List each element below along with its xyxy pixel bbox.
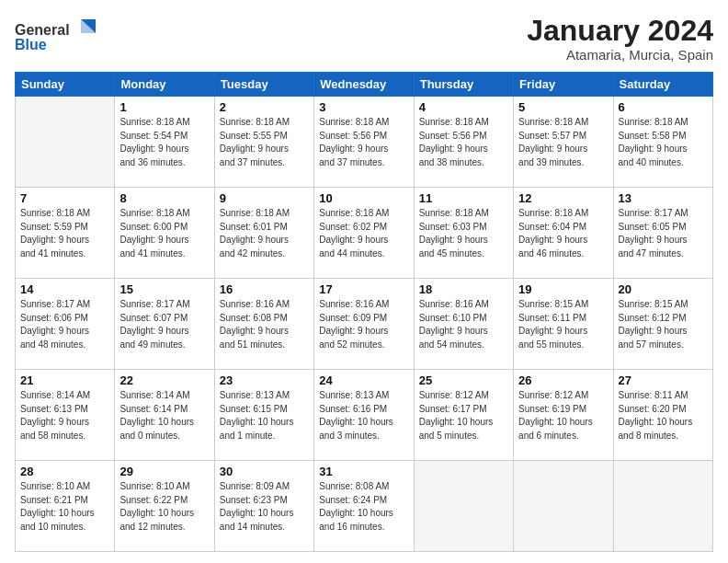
day-number: 19 xyxy=(518,282,608,296)
table-row: 4Sunrise: 8:18 AM Sunset: 5:56 PM Daylig… xyxy=(414,97,513,188)
table-row: 8Sunrise: 8:18 AM Sunset: 6:00 PM Daylig… xyxy=(115,188,214,279)
table-row: 1Sunrise: 8:18 AM Sunset: 5:54 PM Daylig… xyxy=(115,97,214,188)
day-number: 26 xyxy=(518,373,608,387)
table-row: 19Sunrise: 8:15 AM Sunset: 6:11 PM Dayli… xyxy=(514,279,613,370)
table-row: 31Sunrise: 8:08 AM Sunset: 6:24 PM Dayli… xyxy=(314,461,414,552)
day-info: Sunrise: 8:15 AM Sunset: 6:11 PM Dayligh… xyxy=(518,298,608,351)
table-row: 23Sunrise: 8:13 AM Sunset: 6:15 PM Dayli… xyxy=(214,370,313,461)
day-info: Sunrise: 8:16 AM Sunset: 6:10 PM Dayligh… xyxy=(419,298,508,351)
day-number: 14 xyxy=(20,282,109,296)
day-number: 23 xyxy=(220,373,309,387)
day-info: Sunrise: 8:18 AM Sunset: 5:56 PM Dayligh… xyxy=(319,116,408,169)
day-info: Sunrise: 8:14 AM Sunset: 6:14 PM Dayligh… xyxy=(119,389,209,442)
day-number: 9 xyxy=(220,191,309,205)
table-row: 3Sunrise: 8:18 AM Sunset: 5:56 PM Daylig… xyxy=(314,97,414,188)
table-row: 9Sunrise: 8:18 AM Sunset: 6:01 PM Daylig… xyxy=(214,188,313,279)
day-number: 24 xyxy=(319,373,408,387)
calendar-week-1: 1Sunrise: 8:18 AM Sunset: 5:54 PM Daylig… xyxy=(16,97,713,188)
day-info: Sunrise: 8:15 AM Sunset: 6:12 PM Dayligh… xyxy=(619,298,708,351)
calendar-week-2: 7Sunrise: 8:18 AM Sunset: 5:59 PM Daylig… xyxy=(16,188,713,279)
day-info: Sunrise: 8:17 AM Sunset: 6:05 PM Dayligh… xyxy=(619,207,708,260)
table-row xyxy=(514,461,613,552)
day-number: 5 xyxy=(518,100,608,114)
table-row: 11Sunrise: 8:18 AM Sunset: 6:03 PM Dayli… xyxy=(414,188,513,279)
table-row: 29Sunrise: 8:10 AM Sunset: 6:22 PM Dayli… xyxy=(115,461,214,552)
calendar-header-row: Sunday Monday Tuesday Wednesday Thursday… xyxy=(16,73,713,97)
day-info: Sunrise: 8:16 AM Sunset: 6:09 PM Dayligh… xyxy=(319,298,408,351)
col-monday: Monday xyxy=(115,73,214,97)
day-number: 10 xyxy=(319,191,408,205)
day-number: 20 xyxy=(619,282,708,296)
table-row: 7Sunrise: 8:18 AM Sunset: 5:59 PM Daylig… xyxy=(16,188,115,279)
day-info: Sunrise: 8:13 AM Sunset: 6:15 PM Dayligh… xyxy=(220,389,309,442)
table-row: 26Sunrise: 8:12 AM Sunset: 6:19 PM Dayli… xyxy=(514,370,613,461)
calendar-week-3: 14Sunrise: 8:17 AM Sunset: 6:06 PM Dayli… xyxy=(16,279,713,370)
table-row: 18Sunrise: 8:16 AM Sunset: 6:10 PM Dayli… xyxy=(414,279,513,370)
day-number: 7 xyxy=(20,191,109,205)
day-info: Sunrise: 8:10 AM Sunset: 6:22 PM Dayligh… xyxy=(119,480,209,534)
day-info: Sunrise: 8:16 AM Sunset: 6:08 PM Dayligh… xyxy=(220,298,309,351)
table-row: 5Sunrise: 8:18 AM Sunset: 5:57 PM Daylig… xyxy=(514,97,613,188)
header: General Blue January 2024 Atamaria, Murc… xyxy=(15,15,713,63)
table-row: 10Sunrise: 8:18 AM Sunset: 6:02 PM Dayli… xyxy=(314,188,414,279)
table-row: 30Sunrise: 8:09 AM Sunset: 6:23 PM Dayli… xyxy=(214,461,313,552)
table-row: 28Sunrise: 8:10 AM Sunset: 6:21 PM Dayli… xyxy=(16,461,115,552)
table-row: 27Sunrise: 8:11 AM Sunset: 6:20 PM Dayli… xyxy=(613,370,712,461)
day-info: Sunrise: 8:18 AM Sunset: 6:03 PM Dayligh… xyxy=(419,207,508,260)
day-number: 4 xyxy=(419,100,508,114)
table-row: 20Sunrise: 8:15 AM Sunset: 6:12 PM Dayli… xyxy=(613,279,712,370)
logo-text: General Blue xyxy=(15,15,116,55)
day-info: Sunrise: 8:18 AM Sunset: 6:02 PM Dayligh… xyxy=(319,207,408,260)
table-row: 12Sunrise: 8:18 AM Sunset: 6:04 PM Dayli… xyxy=(514,188,613,279)
col-friday: Friday xyxy=(514,73,613,97)
col-wednesday: Wednesday xyxy=(314,73,414,97)
calendar-week-4: 21Sunrise: 8:14 AM Sunset: 6:13 PM Dayli… xyxy=(16,370,713,461)
day-number: 30 xyxy=(220,465,309,478)
col-thursday: Thursday xyxy=(414,73,513,97)
day-info: Sunrise: 8:08 AM Sunset: 6:24 PM Dayligh… xyxy=(319,480,408,534)
table-row: 21Sunrise: 8:14 AM Sunset: 6:13 PM Dayli… xyxy=(16,370,115,461)
table-row: 22Sunrise: 8:14 AM Sunset: 6:14 PM Dayli… xyxy=(115,370,214,461)
svg-text:Blue: Blue xyxy=(15,37,47,52)
day-number: 6 xyxy=(619,100,708,114)
day-number: 31 xyxy=(319,465,408,478)
table-row xyxy=(16,97,115,188)
table-row: 14Sunrise: 8:17 AM Sunset: 6:06 PM Dayli… xyxy=(16,279,115,370)
day-number: 16 xyxy=(220,282,309,296)
table-row: 24Sunrise: 8:13 AM Sunset: 6:16 PM Dayli… xyxy=(314,370,414,461)
day-number: 22 xyxy=(119,373,209,387)
day-info: Sunrise: 8:17 AM Sunset: 6:07 PM Dayligh… xyxy=(119,298,209,351)
title-block: January 2024 Atamaria, Murcia, Spain xyxy=(527,15,713,63)
page: General Blue January 2024 Atamaria, Murc… xyxy=(0,0,728,563)
day-number: 2 xyxy=(220,100,309,114)
day-number: 29 xyxy=(119,465,209,478)
day-number: 18 xyxy=(419,282,508,296)
col-saturday: Saturday xyxy=(613,73,712,97)
svg-text:General: General xyxy=(15,22,70,38)
day-info: Sunrise: 8:18 AM Sunset: 6:04 PM Dayligh… xyxy=(518,207,608,260)
day-info: Sunrise: 8:18 AM Sunset: 5:56 PM Dayligh… xyxy=(419,116,508,169)
table-row: 13Sunrise: 8:17 AM Sunset: 6:05 PM Dayli… xyxy=(613,188,712,279)
day-number: 12 xyxy=(518,191,608,205)
table-row: 25Sunrise: 8:12 AM Sunset: 6:17 PM Dayli… xyxy=(414,370,513,461)
calendar-week-5: 28Sunrise: 8:10 AM Sunset: 6:21 PM Dayli… xyxy=(16,461,713,552)
day-number: 27 xyxy=(619,373,708,387)
day-info: Sunrise: 8:18 AM Sunset: 5:57 PM Dayligh… xyxy=(518,116,608,169)
day-info: Sunrise: 8:14 AM Sunset: 6:13 PM Dayligh… xyxy=(20,389,109,442)
day-number: 17 xyxy=(319,282,408,296)
table-row: 2Sunrise: 8:18 AM Sunset: 5:55 PM Daylig… xyxy=(214,97,313,188)
day-info: Sunrise: 8:18 AM Sunset: 5:58 PM Dayligh… xyxy=(619,116,708,169)
day-number: 25 xyxy=(419,373,508,387)
table-row: 6Sunrise: 8:18 AM Sunset: 5:58 PM Daylig… xyxy=(613,97,712,188)
day-info: Sunrise: 8:09 AM Sunset: 6:23 PM Dayligh… xyxy=(220,480,309,534)
logo: General Blue xyxy=(15,15,116,55)
day-number: 28 xyxy=(20,465,109,478)
day-info: Sunrise: 8:17 AM Sunset: 6:06 PM Dayligh… xyxy=(20,298,109,351)
day-info: Sunrise: 8:12 AM Sunset: 6:19 PM Dayligh… xyxy=(518,389,608,442)
day-info: Sunrise: 8:18 AM Sunset: 6:01 PM Dayligh… xyxy=(220,207,309,260)
day-info: Sunrise: 8:18 AM Sunset: 6:00 PM Dayligh… xyxy=(119,207,209,260)
day-number: 8 xyxy=(119,191,209,205)
day-number: 1 xyxy=(119,100,209,114)
col-tuesday: Tuesday xyxy=(214,73,313,97)
day-number: 13 xyxy=(619,191,708,205)
